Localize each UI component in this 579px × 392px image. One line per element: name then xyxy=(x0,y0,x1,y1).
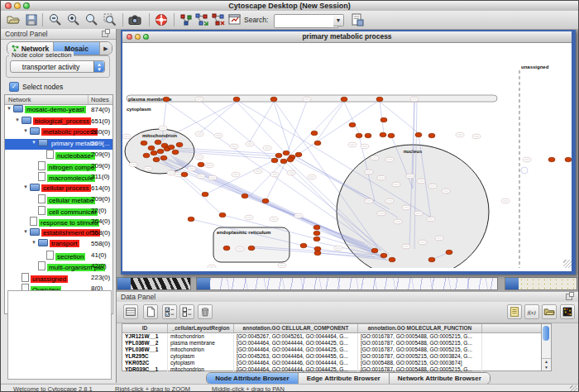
select-nodes-checkbox[interactable]: ✓ xyxy=(9,82,19,92)
tree-row[interactable]: ▼biological_process651(0) xyxy=(5,117,112,128)
open-icon[interactable] xyxy=(6,12,21,27)
layout-icon[interactable] xyxy=(179,12,194,27)
view-resize-grip[interactable] xyxy=(563,260,572,268)
tree-row-node-count: 558(0) xyxy=(91,229,110,237)
svg-text:endoplasmic reticulum: endoplasmic reticulum xyxy=(217,230,270,235)
table-row[interactable]: YLR295Ccytoplasm[GO:0045263, GO:0044464,… xyxy=(122,353,541,360)
tree-expander-icon[interactable]: ▼ xyxy=(23,128,30,133)
table-cell: YJR121W__1 xyxy=(122,333,168,340)
table-row[interactable]: YPL036W__1mitochondrion[GO:0044464, GO:0… xyxy=(122,347,541,353)
table-row[interactable]: YJR121W__1mitochondrion[GO:0045267, GO:0… xyxy=(122,333,541,340)
float-panel-icon[interactable] xyxy=(566,294,572,300)
zoom-in-icon[interactable] xyxy=(66,12,81,27)
search-input[interactable] xyxy=(274,14,338,28)
window-resize-grip[interactable] xyxy=(570,385,577,392)
table-cell: [GO:0005488, GO:0005215, GO:0003674] xyxy=(358,360,482,366)
tree-row[interactable]: ▼primary metabo209(... xyxy=(5,139,112,151)
search-config-icon[interactable] xyxy=(350,12,365,27)
tree-row[interactable]: cellular metabo209(0) xyxy=(5,194,112,206)
new-network-icon[interactable] xyxy=(194,12,209,27)
attribute-browser-tabs: Node Attribute BrowserEdge Attribute Bro… xyxy=(117,372,579,385)
tree-expander-icon[interactable]: ▼ xyxy=(15,117,22,122)
attribute-select-icon[interactable] xyxy=(123,304,138,319)
select-all-attributes-icon[interactable] xyxy=(162,304,177,319)
tree-row-label: nitrogen compo xyxy=(47,164,96,171)
control-panel-header: Control Panel xyxy=(1,29,116,40)
tree-row[interactable]: ▼cellular process614(0) xyxy=(5,184,112,195)
delete-attribute-icon[interactable] xyxy=(198,304,213,319)
function-builder-icon[interactable]: f(x) xyxy=(524,304,539,319)
attribute-table[interactable]: ID_cellularLayoutRegionannotation.GO CEL… xyxy=(122,323,542,371)
destroy-network-icon[interactable] xyxy=(211,12,226,27)
tree-row[interactable]: ▼metabolic process280(0) xyxy=(5,127,112,139)
tree-row[interactable]: multi-organism pro42(0) xyxy=(5,261,112,273)
tree-row[interactable]: ▼mosaic-demo-yeast874(0) xyxy=(5,105,112,117)
control-panel: Control Panel Network Mosaic ▶ transport… xyxy=(1,29,117,383)
minimized-window-2[interactable] xyxy=(196,277,498,290)
scrollbar-thumb[interactable] xyxy=(543,326,549,341)
search-dropdown-button[interactable]: ▼ xyxy=(333,14,344,26)
table-column-filler xyxy=(482,324,541,332)
birds-eye-view[interactable] xyxy=(7,290,112,380)
table-scrollbar[interactable]: ▲▼ xyxy=(542,323,552,371)
create-attribute-icon[interactable] xyxy=(143,304,158,319)
tree-expander-icon[interactable]: ▼ xyxy=(31,240,38,245)
tree-col-network: Network xyxy=(8,96,31,103)
minimized-window-icon xyxy=(117,278,131,289)
minimized-window-icon xyxy=(197,278,210,289)
dropdown-arrows-icon: ▲▼ xyxy=(93,61,104,72)
tree-row[interactable]: secretion41(0) xyxy=(5,251,112,262)
table-column-header[interactable]: ID xyxy=(122,324,168,332)
network-desktop: primary metabolic process plasma membran… xyxy=(117,29,579,292)
attribute-editor-icon[interactable] xyxy=(507,304,522,319)
scrollbar-arrows[interactable]: ▲▼ xyxy=(542,358,551,370)
minimized-window-1[interactable] xyxy=(117,277,191,290)
tree-expander-icon[interactable]: ▼ xyxy=(7,106,13,111)
tree-row[interactable]: nitrogen compo209(0) xyxy=(5,161,112,173)
network-view-titlebar[interactable]: primary metabolic process xyxy=(122,31,572,43)
more-tabs-button[interactable]: ▶ xyxy=(100,42,112,55)
snapshot-icon[interactable] xyxy=(127,12,142,27)
tree-expander-icon[interactable]: ▼ xyxy=(23,229,30,234)
network-canvas[interactable]: plasma membranecytoplasmmitochondrionnuc… xyxy=(122,43,572,268)
float-panel-icon[interactable] xyxy=(102,31,108,37)
table-cell: mitochondrion xyxy=(168,333,234,340)
minimized-window-3[interactable] xyxy=(505,277,577,290)
table-column-header[interactable]: annotation.GO MOLECULAR_FUNCTION xyxy=(358,324,482,332)
node-color-dropdown[interactable]: transporter activity ▲▼ xyxy=(10,60,105,73)
table-column-header[interactable]: annotation.GO CELLULAR_COMPONENT xyxy=(234,324,358,332)
svg-text:f(x): f(x) xyxy=(528,309,536,316)
help-icon[interactable] xyxy=(154,12,169,27)
table-row[interactable]: YPL036W__2plasma membrane[GO:0044464, GO… xyxy=(122,340,541,347)
zoom-out-icon[interactable] xyxy=(48,12,63,27)
annotation-icon[interactable] xyxy=(227,12,242,27)
attribute-browser-tab[interactable]: Node Attribute Browser xyxy=(207,373,299,384)
save-icon[interactable] xyxy=(24,12,39,27)
table-cell: [GO:0044464, GO:0044444, GO:0044425, G..… xyxy=(234,347,358,353)
table-cell: mitochondrion xyxy=(168,347,234,353)
table-column-header[interactable]: _cellularLayoutRegion xyxy=(168,324,234,332)
select-nodes-option[interactable]: ✓ Select nodes xyxy=(9,82,63,92)
tree-row[interactable]: ▼transport558(0) xyxy=(5,239,112,251)
attribute-browser-tab[interactable]: Edge Attribute Browser xyxy=(299,373,390,384)
network-file-icon xyxy=(30,217,37,226)
attribute-browser-tab[interactable]: Network Attribute Browser xyxy=(390,373,490,384)
network-graph[interactable]: plasma membranecytoplasmmitochondrionnuc… xyxy=(122,43,572,268)
table-cell: [GO:0044464, GO:0044446, GO:0044444, G..… xyxy=(234,360,358,366)
network-tree: Network Nodes ▼mosaic-demo-yeast874(0)▼b… xyxy=(4,94,113,314)
data-panel-toolbar: f(x) xyxy=(117,302,579,323)
tree-row[interactable]: cell communicat22(0) xyxy=(5,206,112,218)
import-table-icon[interactable] xyxy=(542,304,557,319)
tree-row[interactable]: response to stimulu264(0) xyxy=(5,217,112,228)
tree-row[interactable]: ▼establishment of lo558(0) xyxy=(5,228,112,240)
unselect-all-attributes-icon[interactable] xyxy=(179,304,194,319)
tree-expander-icon[interactable]: ▼ xyxy=(23,184,30,189)
tree-row[interactable]: nucleobase-209(0) xyxy=(5,150,112,161)
zoom-selected-icon[interactable] xyxy=(103,12,117,27)
tree-row[interactable]: macromolecule311(0) xyxy=(5,172,112,184)
zoom-fit-icon[interactable] xyxy=(84,12,99,27)
tree-expander-icon[interactable]: ▼ xyxy=(31,140,38,145)
table-row[interactable]: YKR052Ccytoplasm[GO:0044464, GO:0044446,… xyxy=(122,360,541,366)
matrix-view-icon[interactable] xyxy=(560,304,575,319)
tree-row[interactable]: unassigned223(0) xyxy=(5,273,112,284)
